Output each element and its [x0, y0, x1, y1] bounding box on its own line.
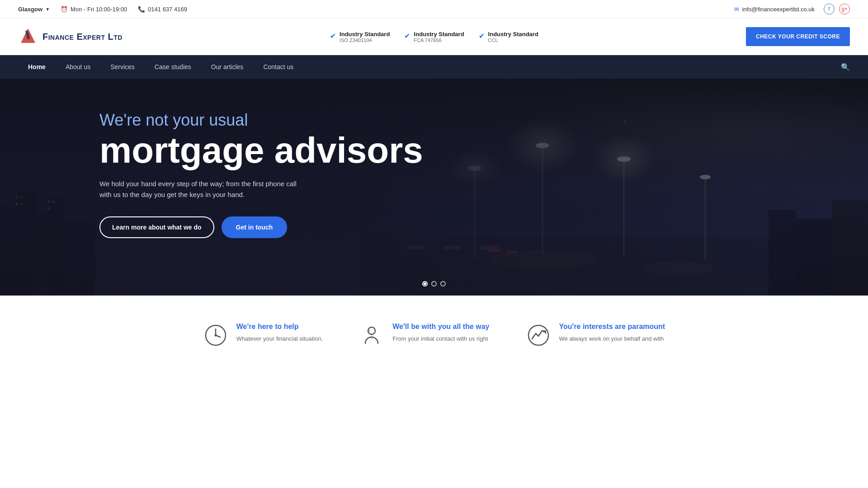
nav-articles[interactable]: Our articles	[201, 55, 254, 79]
hero-section: We're not your usual mortgage advisors W…	[0, 79, 868, 296]
nav-case-studies[interactable]: Case studies	[145, 55, 201, 79]
badge-ccl: ✔ Industry Standard CCL	[479, 31, 538, 43]
googleplus-icon[interactable]: g+	[839, 4, 850, 14]
chart-icon	[526, 323, 551, 348]
credit-score-button[interactable]: CHECK YOUR CREDIT SCORE	[746, 27, 850, 46]
nav-home[interactable]: Home	[18, 55, 56, 79]
feature-paramount: You're interests are paramount We always…	[526, 323, 665, 348]
business-hours: ⏰ Mon - Fri 10:00-19:00	[61, 6, 127, 13]
feature-help: We're here to help Whatever your financi…	[203, 323, 323, 348]
facebook-icon[interactable]: f	[824, 4, 835, 14]
badge-fca-text: Industry Standard FCA 747656	[414, 31, 464, 43]
nav-links: Home About us Services Case studies Our …	[18, 55, 303, 79]
badge-fca: ✔ Industry Standard FCA 747656	[404, 31, 464, 43]
nav-services[interactable]: Services	[100, 55, 145, 79]
svg-point-43	[368, 329, 370, 332]
check-icon-1: ✔	[330, 32, 336, 40]
social-links: f g+	[824, 4, 850, 14]
email-address: info@financeexpertltd.co.uk	[742, 6, 815, 13]
badge-iso-text: Industry Standard ISO Z3401104	[340, 31, 390, 43]
feature-paramount-desc: We always work on your behalf and with	[559, 334, 665, 343]
slide-indicator-1[interactable]	[422, 281, 428, 286]
badge-ccl-title: Industry Standard	[488, 31, 538, 38]
phone-info: 📞 0141 637 4169	[138, 6, 187, 13]
hours-text: Mon - Fri 10:00-19:00	[71, 6, 127, 13]
email-info[interactable]: ✉ info@financeexpertltd.co.uk	[734, 6, 815, 13]
logo-text: Finance Expert Ltd	[42, 32, 123, 42]
features-section: We're here to help Whatever your financi…	[0, 296, 868, 361]
feature-with-you-title: We'll be with you all the way	[392, 323, 489, 331]
hero-indicators	[422, 281, 446, 286]
header: Finance Expert Ltd ✔ Industry Standard I…	[0, 19, 868, 55]
badge-ccl-text: Industry Standard CCL	[488, 31, 538, 43]
topbar: Glasgow ▼ ⏰ Mon - Fri 10:00-19:00 📞 0141…	[0, 0, 868, 19]
logo-icon	[18, 27, 38, 47]
topbar-right: ✉ info@financeexpertltd.co.uk f g+	[734, 4, 850, 14]
check-icon-2: ✔	[404, 32, 410, 40]
feature-help-content: We're here to help Whatever your financi…	[236, 323, 323, 343]
hero-title: mortgage advisors	[99, 131, 868, 169]
hero-content: We're not your usual mortgage advisors W…	[0, 79, 868, 238]
search-icon[interactable]: 🔍	[841, 63, 850, 71]
phone-icon: 📞	[138, 6, 145, 13]
feature-with-you-desc: From your initial contact with us right	[392, 334, 489, 343]
check-icon-3: ✔	[479, 32, 485, 40]
feature-with-you: We'll be with you all the way From your …	[359, 323, 489, 348]
navbar: Home About us Services Case studies Our …	[0, 55, 868, 79]
hero-subtitle: We're not your usual	[99, 110, 868, 130]
badge-ccl-sub: CCL	[488, 38, 538, 43]
badge-iso: ✔ Industry Standard ISO Z3401104	[330, 31, 390, 43]
email-icon: ✉	[734, 6, 739, 13]
hero-buttons: Learn more about what we do Get in touch	[99, 216, 868, 238]
hero-description: We hold your hand every step of the way;…	[99, 178, 307, 200]
nav-about[interactable]: About us	[56, 55, 100, 79]
slide-indicator-3[interactable]	[440, 281, 446, 286]
badge-fca-sub: FCA 747656	[414, 38, 464, 43]
chevron-down-icon: ▼	[45, 7, 50, 12]
learn-more-button[interactable]: Learn more about what we do	[99, 216, 214, 238]
badge-iso-sub: ISO Z3401104	[340, 38, 390, 43]
phone-number: 0141 637 4169	[148, 6, 187, 13]
person-icon	[359, 323, 384, 348]
slide-indicator-2[interactable]	[431, 281, 437, 286]
location-selector[interactable]: Glasgow ▼	[18, 6, 50, 13]
badge-iso-title: Industry Standard	[340, 31, 390, 38]
logo[interactable]: Finance Expert Ltd	[18, 27, 123, 47]
clock-icon	[203, 323, 228, 348]
header-badges: ✔ Industry Standard ISO Z3401104 ✔ Indus…	[330, 31, 538, 43]
feature-help-desc: Whatever your financial situation,	[236, 334, 323, 343]
feature-help-title: We're here to help	[236, 323, 323, 331]
feature-with-you-content: We'll be with you all the way From your …	[392, 323, 489, 343]
feature-paramount-title: You're interests are paramount	[559, 323, 665, 331]
badge-fca-title: Industry Standard	[414, 31, 464, 38]
location-label: Glasgow	[18, 6, 42, 13]
feature-paramount-content: You're interests are paramount We always…	[559, 323, 665, 343]
nav-contact[interactable]: Contact us	[253, 55, 303, 79]
clock-icon: ⏰	[61, 6, 68, 13]
get-in-touch-button[interactable]: Get in touch	[222, 216, 288, 238]
topbar-left: Glasgow ▼ ⏰ Mon - Fri 10:00-19:00 📞 0141…	[18, 6, 187, 13]
